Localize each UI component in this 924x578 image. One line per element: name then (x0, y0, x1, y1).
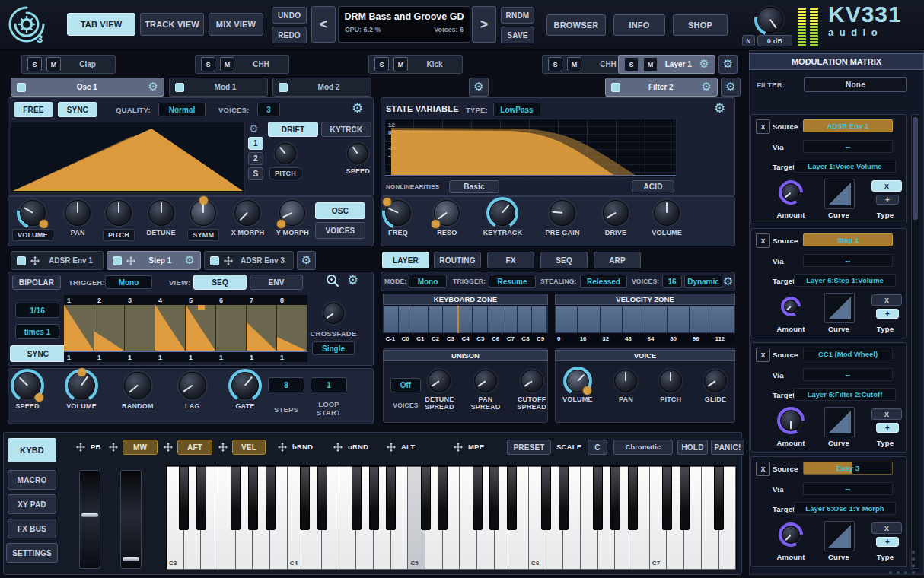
nonlinearities-select[interactable]: Basic (449, 180, 499, 193)
filter-gear-icon[interactable]: ⚙ (714, 102, 725, 116)
curve-selector[interactable] (824, 293, 855, 323)
knob-face[interactable] (782, 183, 800, 202)
knob-face[interactable] (782, 526, 800, 544)
keytrack-knob[interactable]: KEYTRACK (483, 200, 523, 237)
mod-matrix-scrollbar[interactable] (911, 114, 919, 569)
type-x-button[interactable]: X (871, 180, 902, 192)
steps-count-value[interactable]: 8 (268, 377, 304, 392)
black-key[interactable] (559, 466, 569, 530)
zone-cell[interactable] (578, 306, 600, 332)
velocity-zone[interactable] (555, 306, 735, 333)
master-volume-knob[interactable] (757, 7, 783, 33)
vel-button[interactable]: VEL (232, 440, 266, 455)
solo-button[interactable]: S (201, 57, 215, 71)
seq-view-button[interactable]: SEQ (193, 275, 247, 290)
mute-button[interactable]: M (220, 57, 234, 71)
knob-face[interactable] (428, 370, 451, 392)
black-key[interactable] (489, 466, 499, 530)
filter2-enable-checkbox[interactable] (611, 83, 620, 92)
normalize-toggle[interactable]: N (742, 35, 755, 46)
x-morph-knob[interactable]: X MORPH (231, 200, 264, 237)
black-key[interactable] (179, 466, 189, 530)
mute-button[interactable]: M (567, 57, 581, 71)
black-key[interactable] (300, 466, 310, 530)
drive-knob[interactable]: DRIVE (603, 200, 629, 237)
black-key[interactable] (421, 466, 431, 530)
zone-cell[interactable] (384, 306, 399, 332)
knob-face[interactable] (347, 143, 368, 164)
detune-spread-knob[interactable]: DETUNE SPREAD (425, 370, 454, 411)
tab-seq[interactable]: SEQ (540, 252, 588, 268)
filter-type-select[interactable]: LowPass (493, 103, 540, 116)
osc-voices-value[interactable]: 3 (257, 103, 280, 116)
black-key[interactable] (317, 466, 327, 530)
acid-button[interactable]: ACID (632, 180, 674, 192)
source-select[interactable]: CC1 (Mod Wheel) (803, 348, 893, 360)
gate-knob[interactable]: GATE (231, 372, 259, 410)
curve-selector[interactable] (824, 407, 855, 437)
solo-button[interactable]: S (374, 57, 389, 71)
black-key[interactable] (680, 466, 690, 530)
step-cell-7[interactable] (247, 305, 277, 351)
step-cell-1[interactable] (64, 305, 94, 351)
mute-button[interactable]: M (643, 57, 658, 71)
knob-face[interactable] (550, 200, 575, 226)
hold-button[interactable]: HOLD (677, 440, 708, 455)
knob-face[interactable] (231, 372, 259, 399)
knob-face[interactable] (124, 372, 151, 399)
pitch-bend-wheel[interactable] (79, 470, 100, 569)
move-handle-icon[interactable] (224, 256, 233, 265)
curve-selector[interactable] (824, 521, 855, 551)
tab-filter-2[interactable]: Filter 2 ⚙ (605, 78, 718, 97)
step-cell-3[interactable] (125, 305, 155, 351)
knob-face[interactable] (654, 200, 680, 226)
black-key[interactable] (266, 466, 276, 530)
layer-gear-icon[interactable]: ⚙ (699, 59, 709, 70)
lag-knob[interactable]: LAG (179, 372, 206, 410)
zone-cell[interactable] (488, 306, 503, 332)
osc1-enable-checkbox[interactable] (17, 83, 26, 92)
bipolar-button[interactable]: BIPOLAR (12, 275, 61, 290)
curve-selector[interactable] (824, 179, 855, 209)
zone-cell[interactable] (458, 306, 473, 332)
zone-cell[interactable] (473, 306, 488, 332)
knob-face[interactable] (784, 300, 798, 313)
tab-mod-2[interactable]: Mod 2 (272, 78, 371, 97)
seq-sync-button[interactable]: SYNC (10, 345, 66, 362)
osc-panel-gear-icon[interactable]: ⚙ (352, 102, 363, 116)
browser-button[interactable]: BROWSER (546, 14, 606, 36)
black-key[interactable] (662, 466, 672, 530)
layer-voices-value[interactable]: 16 (662, 275, 682, 288)
layer-tab-layer-1[interactable]: SMLayer 1⚙ (618, 55, 715, 74)
fx-bus-tab[interactable]: FX BUS (8, 519, 56, 538)
volume-knob[interactable]: VOLUME (652, 200, 682, 237)
mod-settings-gear-button[interactable]: ⚙ (469, 78, 489, 97)
tab-layer[interactable]: LAYER (382, 252, 429, 268)
crossfade-knob[interactable] (323, 303, 344, 324)
amount-knob[interactable] (782, 183, 800, 202)
zone-cell[interactable] (668, 306, 690, 332)
black-key[interactable] (369, 466, 379, 530)
knob-face[interactable] (234, 200, 260, 226)
via-select[interactable]: -- (803, 140, 893, 153)
tab-adsr-env-1[interactable]: ADSR Env 1 (11, 251, 104, 270)
mod-wheel[interactable] (120, 470, 142, 569)
layer-tab-clap[interactable]: SMClap (21, 55, 116, 74)
type-plus-button[interactable]: + (876, 309, 899, 319)
zone-cell[interactable] (399, 306, 414, 332)
knob-face[interactable] (106, 200, 132, 226)
knob-face[interactable] (521, 370, 543, 392)
black-key[interactable] (610, 466, 620, 530)
filter2-gear-icon[interactable]: ⚙ (702, 81, 712, 93)
zone-cell[interactable] (502, 306, 518, 332)
type-x-button[interactable]: X (871, 522, 902, 534)
via-select[interactable]: -- (803, 254, 893, 267)
solo-button[interactable]: S (27, 57, 42, 71)
env-view-button[interactable]: ENV (250, 275, 303, 290)
loop-start-value[interactable]: 1 (311, 377, 347, 392)
wave-slot-s-button[interactable]: S (248, 167, 263, 180)
zone-cell[interactable] (645, 306, 668, 332)
keyboard-zone-split-marker[interactable] (457, 306, 459, 333)
brnd-label[interactable]: bRND (292, 443, 313, 451)
knob-face[interactable] (614, 370, 637, 392)
